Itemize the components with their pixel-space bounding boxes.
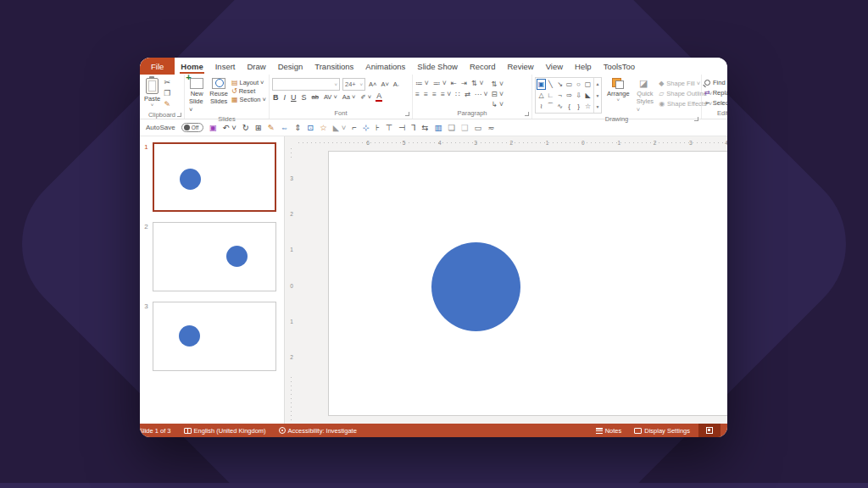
language-button[interactable]: English (United Kingdom) bbox=[180, 424, 270, 437]
section-button[interactable]: ▦ Section ˅ bbox=[231, 96, 266, 103]
select-button[interactable]: ➢ Select ˅ bbox=[704, 99, 727, 107]
copy-icon[interactable]: ❐ bbox=[164, 89, 170, 98]
ribbon-tab[interactable]: Help bbox=[569, 58, 598, 75]
undo-icon[interactable]: ↶ ˅ bbox=[223, 124, 236, 132]
justify-button[interactable]: ≡ ˅ bbox=[441, 90, 451, 98]
ribbon-tab[interactable]: Home bbox=[175, 58, 209, 75]
new-slide-button[interactable]: New Slide ˅ bbox=[187, 77, 206, 114]
more-commands-icon[interactable]: ≂ bbox=[488, 124, 495, 132]
ribbon-tab[interactable]: View bbox=[540, 58, 569, 75]
font-color-button[interactable]: A bbox=[376, 92, 382, 102]
chart-icon[interactable]: ▥ bbox=[435, 124, 442, 132]
arrow-shape[interactable]: ↘ bbox=[555, 79, 565, 90]
slide-thumbnail[interactable] bbox=[153, 302, 276, 371]
save-icon[interactable]: ▣ bbox=[209, 124, 217, 132]
layout-button[interactable]: ▤ Layout ˅ bbox=[231, 79, 266, 86]
columns-button[interactable]: ∷ bbox=[455, 90, 459, 98]
ribbon-tab[interactable]: Transitions bbox=[309, 58, 359, 75]
send-backward-icon[interactable]: ❑ bbox=[461, 124, 469, 132]
ribbon-tab[interactable]: Draw bbox=[241, 58, 271, 75]
slide-size-icon[interactable]: ⊞ bbox=[255, 124, 262, 132]
rounded-rectangle-shape[interactable]: ▢ bbox=[583, 79, 593, 90]
reuse-slides-button[interactable]: Reuse Slides bbox=[208, 77, 230, 107]
comment-icon[interactable]: ▭ bbox=[475, 124, 482, 132]
bring-forward-icon[interactable]: ❏ bbox=[448, 124, 456, 132]
shapes-scroll-up[interactable]: ▲ bbox=[594, 78, 601, 90]
increase-indent-button[interactable]: ⇥ bbox=[461, 79, 467, 87]
resize-height-icon[interactable]: ⇕ bbox=[294, 124, 301, 132]
line-shape[interactable]: ╲ bbox=[546, 79, 555, 90]
paragraph-dialog-launcher-icon[interactable] bbox=[525, 112, 529, 116]
convert-smartart-button[interactable]: ↳ ˅ bbox=[492, 100, 504, 108]
curve-shape[interactable]: ∿ bbox=[555, 101, 565, 112]
rectangle-shape[interactable]: ▭ bbox=[565, 79, 574, 90]
display-settings-button[interactable]: Display Settings bbox=[630, 424, 694, 437]
align-top-icon[interactable]: ⊤ bbox=[386, 124, 392, 132]
line-spacing-button[interactable]: ⇅ ˅ bbox=[471, 79, 483, 87]
snap-to-grid-icon[interactable]: ⊡ bbox=[307, 124, 314, 132]
increase-font-size-button[interactable]: A˄ bbox=[368, 80, 377, 88]
strikethrough-button[interactable]: ab bbox=[311, 93, 320, 101]
scribble-shape[interactable]: ≀ bbox=[537, 101, 546, 112]
clear-formatting-button[interactable]: A𝆹 bbox=[392, 80, 400, 89]
align-center-icon[interactable]: ⊹ bbox=[363, 124, 370, 132]
notes-button[interactable]: Notes bbox=[592, 424, 626, 437]
shapes-scroll-down[interactable]: ▼ bbox=[594, 90, 601, 102]
reset-button[interactable]: ↺ Reset bbox=[231, 87, 266, 95]
font-name-combobox[interactable]: ˅ bbox=[272, 78, 340, 91]
font-size-combobox[interactable]: 24+ ˅ bbox=[342, 78, 365, 91]
format-painter-icon[interactable]: ✎ bbox=[164, 100, 170, 109]
star-icon[interactable]: ☆ bbox=[320, 124, 327, 132]
slide-circle-shape[interactable] bbox=[431, 242, 520, 331]
resize-width-icon[interactable]: ⇔ bbox=[281, 124, 289, 132]
star-shape[interactable]: ☆ bbox=[583, 101, 593, 112]
autosave-toggle[interactable]: Off bbox=[181, 123, 203, 132]
ribbon-tab[interactable]: Animations bbox=[359, 58, 411, 75]
down-arrow-shape[interactable]: ⇩ bbox=[574, 90, 583, 101]
right-brace-shape[interactable]: } bbox=[574, 101, 583, 112]
clipboard-dialog-launcher-icon[interactable] bbox=[177, 113, 181, 117]
ribbon-tab[interactable]: Slide Show bbox=[411, 58, 464, 75]
slide-canvas[interactable] bbox=[328, 151, 727, 416]
format-painter-icon[interactable]: ✎ bbox=[268, 124, 275, 132]
align-left-icon[interactable]: ⊦ bbox=[376, 124, 380, 132]
font-dialog-launcher-icon[interactable] bbox=[405, 112, 409, 116]
ribbon-tab[interactable]: Record bbox=[464, 58, 502, 75]
connector-icon[interactable]: ⌐ bbox=[352, 124, 357, 132]
tab-file[interactable]: File bbox=[140, 58, 175, 75]
elbow-connector-shape[interactable]: ∟ bbox=[546, 90, 555, 101]
character-spacing-button[interactable]: AV ˅ bbox=[323, 93, 338, 101]
rotate-icon[interactable]: Ꞁ bbox=[411, 124, 415, 132]
highlight-color-button[interactable]: ✐ ˅ bbox=[359, 93, 372, 101]
ribbon-tab[interactable]: Design bbox=[272, 58, 309, 75]
underline-button[interactable]: U bbox=[290, 93, 298, 102]
slide-thumbnail[interactable] bbox=[153, 222, 276, 291]
align-center-button[interactable]: ≡ bbox=[424, 90, 428, 98]
triangle-shape[interactable]: △ bbox=[537, 90, 546, 101]
change-case-button[interactable]: Aa ˅ bbox=[342, 93, 357, 101]
ribbon-tab[interactable]: Review bbox=[502, 58, 540, 75]
numbering-button[interactable]: ≕ ˅ bbox=[433, 79, 447, 87]
decrease-font-size-button[interactable]: A˅ bbox=[380, 80, 389, 88]
decrease-indent-button[interactable]: ⇤ bbox=[451, 79, 457, 87]
shadow-button[interactable]: S bbox=[301, 93, 308, 102]
italic-button[interactable]: I bbox=[283, 93, 287, 102]
cut-icon[interactable]: ✂ bbox=[164, 78, 170, 87]
paste-button[interactable]: Paste ˅ bbox=[142, 77, 162, 110]
textbox-shape[interactable]: ▣ bbox=[537, 79, 546, 90]
find-button[interactable]: Find bbox=[704, 79, 727, 86]
replace-button[interactable]: ⇄ Replace ˅ bbox=[704, 89, 727, 97]
redo-icon[interactable]: ↻ bbox=[242, 124, 249, 132]
ribbon-tab[interactable]: Insert bbox=[209, 58, 242, 75]
align-text-button[interactable]: ⊟ ˅ bbox=[492, 90, 504, 98]
align-left-button[interactable]: ≡ bbox=[415, 90, 420, 98]
left-brace-shape[interactable]: { bbox=[565, 101, 574, 112]
bold-button[interactable]: B bbox=[272, 93, 280, 102]
arc-shape[interactable]: ⌒ bbox=[546, 101, 555, 112]
corner-shape[interactable]: ◣ bbox=[583, 90, 593, 101]
quick-styles-button[interactable]: ◪ Quick Styles ˅ bbox=[635, 77, 655, 114]
accessibility-button[interactable]: Accessibility: Investigate bbox=[275, 424, 361, 437]
shape-tool-icon[interactable]: ◣ ˅ bbox=[333, 124, 347, 132]
ribbon-tab[interactable]: ToolsToo bbox=[598, 58, 642, 75]
connector-shape[interactable]: ¬ bbox=[555, 90, 565, 101]
